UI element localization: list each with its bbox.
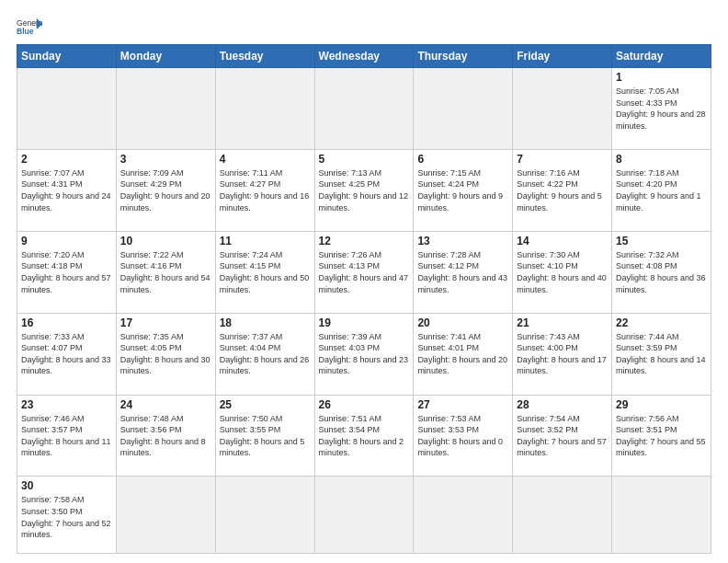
day-number: 13 bbox=[417, 235, 508, 247]
day-info: Sunrise: 7:13 AM Sunset: 4:25 PM Dayligh… bbox=[319, 167, 410, 213]
calendar-cell: 23Sunrise: 7:46 AM Sunset: 3:57 PM Dayli… bbox=[17, 395, 117, 477]
weekday-header-wednesday: Wednesday bbox=[314, 45, 414, 68]
day-number: 12 bbox=[319, 235, 410, 247]
day-info: Sunrise: 7:53 AM Sunset: 3:53 PM Dayligh… bbox=[417, 413, 508, 459]
day-info: Sunrise: 7:26 AM Sunset: 4:13 PM Dayligh… bbox=[319, 249, 410, 295]
day-info: Sunrise: 7:24 AM Sunset: 4:15 PM Dayligh… bbox=[220, 249, 311, 295]
day-info: Sunrise: 7:44 AM Sunset: 3:59 PM Dayligh… bbox=[616, 331, 707, 377]
day-number: 29 bbox=[616, 398, 707, 411]
day-info: Sunrise: 7:46 AM Sunset: 3:57 PM Dayligh… bbox=[21, 413, 112, 459]
day-number: 5 bbox=[319, 153, 410, 166]
calendar-cell: 17Sunrise: 7:35 AM Sunset: 4:05 PM Dayli… bbox=[116, 313, 215, 395]
day-number: 19 bbox=[319, 316, 410, 329]
day-info: Sunrise: 7:39 AM Sunset: 4:03 PM Dayligh… bbox=[319, 331, 410, 377]
weekday-header-thursday: Thursday bbox=[414, 45, 513, 68]
day-info: Sunrise: 7:48 AM Sunset: 3:56 PM Dayligh… bbox=[120, 413, 211, 459]
weekday-header-row: SundayMondayTuesdayWednesdayThursdayFrid… bbox=[17, 45, 711, 68]
calendar-cell: 25Sunrise: 7:50 AM Sunset: 3:55 PM Dayli… bbox=[215, 395, 314, 477]
calendar-cell bbox=[414, 68, 513, 150]
calendar-cell: 18Sunrise: 7:37 AM Sunset: 4:04 PM Dayli… bbox=[215, 313, 314, 395]
calendar-cell: 21Sunrise: 7:43 AM Sunset: 4:00 PM Dayli… bbox=[513, 313, 612, 395]
calendar-cell: 14Sunrise: 7:30 AM Sunset: 4:10 PM Dayli… bbox=[513, 231, 612, 313]
calendar-week-row: 1Sunrise: 7:05 AM Sunset: 4:33 PM Daylig… bbox=[17, 68, 711, 150]
day-number: 24 bbox=[120, 398, 211, 411]
day-number: 20 bbox=[417, 316, 508, 329]
logo: General Blue bbox=[17, 17, 42, 37]
calendar-cell bbox=[513, 477, 612, 554]
calendar-cell: 11Sunrise: 7:24 AM Sunset: 4:15 PM Dayli… bbox=[215, 231, 314, 313]
calendar-cell: 9Sunrise: 7:20 AM Sunset: 4:18 PM Daylig… bbox=[17, 231, 117, 313]
day-number: 11 bbox=[220, 235, 311, 247]
calendar-cell: 20Sunrise: 7:41 AM Sunset: 4:01 PM Dayli… bbox=[414, 313, 513, 395]
calendar-cell: 16Sunrise: 7:33 AM Sunset: 4:07 PM Dayli… bbox=[17, 313, 117, 395]
day-number: 3 bbox=[120, 153, 211, 166]
day-number: 30 bbox=[21, 479, 112, 492]
day-number: 16 bbox=[21, 316, 112, 329]
day-number: 1 bbox=[616, 71, 707, 84]
day-number: 17 bbox=[120, 316, 211, 329]
calendar-cell: 10Sunrise: 7:22 AM Sunset: 4:16 PM Dayli… bbox=[116, 231, 215, 313]
day-number: 2 bbox=[21, 153, 112, 166]
calendar-cell: 22Sunrise: 7:44 AM Sunset: 3:59 PM Dayli… bbox=[612, 313, 711, 395]
calendar-week-row: 9Sunrise: 7:20 AM Sunset: 4:18 PM Daylig… bbox=[17, 231, 711, 313]
calendar-cell: 2Sunrise: 7:07 AM Sunset: 4:31 PM Daylig… bbox=[17, 149, 117, 231]
calendar-cell bbox=[414, 477, 513, 554]
calendar-cell bbox=[116, 477, 215, 554]
day-info: Sunrise: 7:07 AM Sunset: 4:31 PM Dayligh… bbox=[21, 167, 112, 213]
day-number: 25 bbox=[220, 398, 311, 411]
calendar-cell bbox=[116, 68, 215, 150]
day-info: Sunrise: 7:54 AM Sunset: 3:52 PM Dayligh… bbox=[517, 413, 608, 459]
day-info: Sunrise: 7:56 AM Sunset: 3:51 PM Dayligh… bbox=[616, 413, 707, 459]
calendar-cell: 3Sunrise: 7:09 AM Sunset: 4:29 PM Daylig… bbox=[116, 149, 215, 231]
calendar-cell bbox=[314, 68, 414, 150]
header: General Blue bbox=[17, 17, 711, 37]
day-number: 8 bbox=[616, 153, 707, 166]
weekday-header-saturday: Saturday bbox=[612, 45, 711, 68]
calendar-cell bbox=[215, 477, 314, 554]
calendar-cell: 8Sunrise: 7:18 AM Sunset: 4:20 PM Daylig… bbox=[612, 149, 711, 231]
calendar-week-row: 23Sunrise: 7:46 AM Sunset: 3:57 PM Dayli… bbox=[17, 395, 711, 477]
day-info: Sunrise: 7:41 AM Sunset: 4:01 PM Dayligh… bbox=[417, 331, 508, 377]
calendar-cell: 12Sunrise: 7:26 AM Sunset: 4:13 PM Dayli… bbox=[314, 231, 414, 313]
day-number: 14 bbox=[517, 235, 608, 247]
day-info: Sunrise: 7:33 AM Sunset: 4:07 PM Dayligh… bbox=[21, 331, 112, 377]
day-info: Sunrise: 7:35 AM Sunset: 4:05 PM Dayligh… bbox=[120, 331, 211, 377]
calendar-cell bbox=[17, 68, 117, 150]
day-number: 18 bbox=[220, 316, 311, 329]
calendar-table: SundayMondayTuesdayWednesdayThursdayFrid… bbox=[17, 44, 711, 554]
calendar-week-row: 2Sunrise: 7:07 AM Sunset: 4:31 PM Daylig… bbox=[17, 149, 711, 231]
calendar-cell: 15Sunrise: 7:32 AM Sunset: 4:08 PM Dayli… bbox=[612, 231, 711, 313]
calendar-cell: 13Sunrise: 7:28 AM Sunset: 4:12 PM Dayli… bbox=[414, 231, 513, 313]
day-info: Sunrise: 7:28 AM Sunset: 4:12 PM Dayligh… bbox=[417, 249, 508, 295]
day-info: Sunrise: 7:50 AM Sunset: 3:55 PM Dayligh… bbox=[220, 413, 311, 459]
day-number: 21 bbox=[517, 316, 608, 329]
day-info: Sunrise: 7:43 AM Sunset: 4:00 PM Dayligh… bbox=[517, 331, 608, 377]
day-info: Sunrise: 7:30 AM Sunset: 4:10 PM Dayligh… bbox=[517, 249, 608, 295]
calendar-week-row: 16Sunrise: 7:33 AM Sunset: 4:07 PM Dayli… bbox=[17, 313, 711, 395]
calendar-cell: 6Sunrise: 7:15 AM Sunset: 4:24 PM Daylig… bbox=[414, 149, 513, 231]
day-info: Sunrise: 7:15 AM Sunset: 4:24 PM Dayligh… bbox=[417, 167, 508, 213]
day-info: Sunrise: 7:11 AM Sunset: 4:27 PM Dayligh… bbox=[220, 167, 311, 213]
weekday-header-sunday: Sunday bbox=[17, 45, 117, 68]
generalblue-logo-icon: General Blue bbox=[17, 17, 42, 37]
calendar-cell: 29Sunrise: 7:56 AM Sunset: 3:51 PM Dayli… bbox=[612, 395, 711, 477]
weekday-header-monday: Monday bbox=[116, 45, 215, 68]
calendar-cell: 27Sunrise: 7:53 AM Sunset: 3:53 PM Dayli… bbox=[414, 395, 513, 477]
calendar-cell bbox=[215, 68, 314, 150]
day-info: Sunrise: 7:58 AM Sunset: 3:50 PM Dayligh… bbox=[21, 494, 112, 540]
day-number: 7 bbox=[517, 153, 608, 166]
calendar-cell: 28Sunrise: 7:54 AM Sunset: 3:52 PM Dayli… bbox=[513, 395, 612, 477]
calendar-cell: 1Sunrise: 7:05 AM Sunset: 4:33 PM Daylig… bbox=[612, 68, 711, 150]
calendar-cell: 26Sunrise: 7:51 AM Sunset: 3:54 PM Dayli… bbox=[314, 395, 414, 477]
day-number: 6 bbox=[417, 153, 508, 166]
day-number: 15 bbox=[616, 235, 707, 247]
day-info: Sunrise: 7:05 AM Sunset: 4:33 PM Dayligh… bbox=[616, 86, 707, 132]
calendar-cell: 24Sunrise: 7:48 AM Sunset: 3:56 PM Dayli… bbox=[116, 395, 215, 477]
calendar-cell: 19Sunrise: 7:39 AM Sunset: 4:03 PM Dayli… bbox=[314, 313, 414, 395]
day-number: 9 bbox=[21, 235, 112, 247]
weekday-header-tuesday: Tuesday bbox=[215, 45, 314, 68]
calendar-cell: 4Sunrise: 7:11 AM Sunset: 4:27 PM Daylig… bbox=[215, 149, 314, 231]
day-number: 4 bbox=[220, 153, 311, 166]
day-number: 10 bbox=[120, 235, 211, 247]
day-number: 22 bbox=[616, 316, 707, 329]
